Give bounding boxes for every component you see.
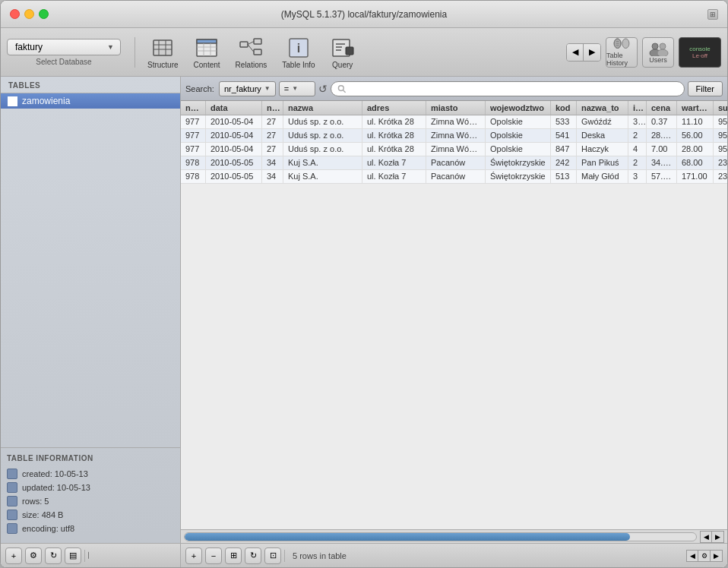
- table-row[interactable]: 9772010-05-0427Uduś sp. z o.o.ul. Krótka…: [181, 115, 727, 129]
- info-icon-3: [7, 496, 17, 506]
- refresh-button[interactable]: ↻: [45, 547, 62, 564]
- svg-point-31: [660, 43, 666, 49]
- table-cell: 2010-05-04: [206, 129, 262, 142]
- created-label: created: 10-05-13: [22, 469, 88, 478]
- search-operator-dropdown[interactable]: = ▼: [279, 81, 315, 96]
- scrollbar-track[interactable]: [184, 532, 697, 541]
- table-cell: 30: [628, 115, 647, 128]
- structure-label: Structure: [147, 61, 179, 69]
- status-sep: [284, 550, 285, 562]
- scroll-right-arrow[interactable]: ▶: [712, 531, 724, 543]
- table-cell: 3: [628, 170, 647, 183]
- traffic-lights: [10, 9, 49, 19]
- dropdown-arrow-icon: ▼: [107, 43, 114, 51]
- forward-arrow[interactable]: ▶: [584, 44, 600, 61]
- minimize-button[interactable]: [24, 9, 34, 19]
- table-cell: 57.00: [647, 170, 677, 183]
- svg-rect-6: [197, 39, 217, 43]
- search-input-wrap[interactable]: [331, 81, 685, 96]
- info-size: size: 484 B: [7, 510, 174, 520]
- next-page-arrow[interactable]: ▶: [711, 550, 723, 562]
- table-cell: Zimna Wódka: [426, 115, 486, 128]
- table-cell: 977: [181, 143, 206, 156]
- scroll-nav-arrows: ◀ ▶: [700, 531, 724, 543]
- relations-label: Relations: [236, 61, 267, 69]
- table-header: nr_f data nr_ nazwa adres miasto wojewod…: [181, 101, 727, 115]
- info-button[interactable]: ▤: [65, 547, 81, 564]
- back-arrow[interactable]: ◀: [567, 44, 584, 61]
- structure-button[interactable]: Structure: [141, 33, 185, 72]
- refresh-data-button[interactable]: ↻: [245, 547, 261, 564]
- users-button[interactable]: Users: [642, 37, 674, 68]
- settings-arrow[interactable]: ⚙: [698, 550, 711, 562]
- table-cell: ul. Krótka 28: [362, 143, 426, 156]
- search-field-dropdown[interactable]: nr_faktury ▼: [219, 81, 276, 96]
- svg-line-14: [248, 41, 254, 44]
- search-field-arrow-icon: ▼: [264, 85, 271, 92]
- info-rows: rows: 5: [7, 496, 174, 506]
- scroll-left-button[interactable]: ⎸: [88, 547, 94, 564]
- table-cell: ul. Kozła 7: [362, 156, 426, 169]
- col-nr: nr_: [262, 101, 283, 115]
- svg-rect-0: [154, 40, 172, 55]
- table-history-button[interactable]: Table History: [606, 37, 638, 68]
- add-table-button[interactable]: +: [5, 547, 22, 564]
- table-cell: 978: [181, 156, 206, 169]
- scrollbar-thumb[interactable]: [185, 533, 630, 541]
- table-cell: Pacanów: [426, 170, 486, 183]
- table-row[interactable]: 9782010-05-0534Kuj S.A.ul. Kozła 7Pacanó…: [181, 170, 727, 184]
- toolbar-separator-1: [135, 37, 135, 68]
- table-cell: 533: [551, 115, 577, 128]
- sidebar-item-zamowienia[interactable]: zamowienia: [1, 93, 180, 109]
- col-cena: cena: [647, 101, 677, 115]
- table-row[interactable]: 9772010-05-0427Uduś sp. z o.o.ul. Krótka…: [181, 129, 727, 143]
- svg-line-34: [343, 90, 345, 92]
- info-icon-5: [7, 523, 17, 534]
- table-row[interactable]: 9782010-05-0534Kuj S.A.ul. Kozła 7Pacanó…: [181, 156, 727, 170]
- content-button[interactable]: Content: [188, 33, 226, 72]
- table-cell: 27: [262, 129, 283, 142]
- table-cell: 171.00: [677, 170, 714, 183]
- table-cell: 34.00: [647, 156, 677, 169]
- database-dropdown[interactable]: faktury ▼: [7, 39, 121, 55]
- table-cell: Uduś sp. z o.o.: [283, 115, 362, 128]
- filter-button[interactable]: Filter: [688, 81, 723, 96]
- table-cell: ul. Kozła 7: [362, 170, 426, 183]
- table-cell: 2010-05-05: [206, 156, 262, 169]
- table-row[interactable]: 9772010-05-0427Uduś sp. z o.o.ul. Krótka…: [181, 143, 727, 156]
- table-cell: 0.37: [647, 115, 677, 128]
- svg-point-33: [338, 85, 343, 90]
- info-icon-4: [7, 510, 17, 520]
- table-cell: ul. Krótka 28: [362, 115, 426, 128]
- table-cell: 27: [262, 143, 283, 156]
- add-row-button[interactable]: +: [185, 547, 202, 564]
- prev-page-arrow[interactable]: ◀: [686, 550, 698, 562]
- main-content: TABLES zamowienia TABLE INFORMATION: [1, 77, 727, 567]
- maximize-button[interactable]: [39, 9, 49, 19]
- window-title: (MySQL 5.1.37) local/faktury/zamowienia: [281, 9, 447, 20]
- scroll-left-arrow[interactable]: ◀: [700, 531, 712, 543]
- table-cell: Pan Pikuś: [577, 156, 628, 169]
- table-info-button[interactable]: i Table Info: [276, 33, 321, 72]
- close-button[interactable]: [10, 9, 20, 19]
- col-wojewodztwo: wojewodztwo: [486, 101, 551, 115]
- table-cell: 95: [714, 143, 727, 156]
- encoding-label: encoding: utf8: [22, 524, 74, 533]
- export-button[interactable]: ⊡: [264, 547, 281, 564]
- duplicate-row-button[interactable]: ⊞: [225, 547, 242, 564]
- table-cell: Haczyk: [577, 143, 628, 156]
- relations-button[interactable]: Relations: [229, 33, 274, 72]
- settings-button[interactable]: ⚙: [25, 547, 42, 564]
- console-button[interactable]: console Le·off: [679, 37, 721, 68]
- table-information-panel: TABLE INFORMATION created: 10-05-13 upda…: [1, 447, 180, 543]
- col-data: data: [206, 101, 262, 115]
- table-cell: 513: [551, 170, 577, 183]
- search-refresh-icon[interactable]: ↺: [318, 83, 328, 95]
- query-button[interactable]: Query: [324, 33, 361, 72]
- query-icon: [331, 36, 355, 60]
- content-area: Search: nr_faktury ▼ = ▼ ↺ Filt: [181, 77, 727, 567]
- col-ilo: ilo: [628, 101, 647, 115]
- remove-row-button[interactable]: −: [205, 547, 222, 564]
- database-selector[interactable]: faktury ▼ Select Database: [7, 39, 121, 66]
- search-input[interactable]: [349, 84, 677, 93]
